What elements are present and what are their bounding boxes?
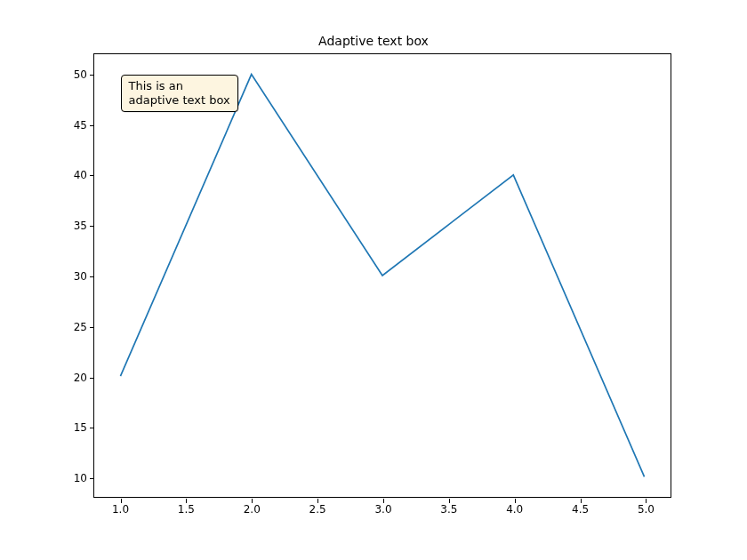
y-tickmark: [90, 226, 94, 227]
y-tick-label: 40: [60, 169, 87, 181]
x-tick-label: 1.5: [178, 503, 195, 516]
y-tickmark: [90, 125, 94, 126]
y-tickmark: [90, 378, 94, 379]
y-tickmark: [90, 276, 94, 277]
annotation-text-box: This is anadaptive text box: [121, 75, 238, 113]
chart-container: Adaptive text box 1.01.52.02.53.03.54.04…: [0, 0, 747, 560]
y-tick-label: 10: [60, 472, 87, 484]
y-tick-label: 30: [60, 270, 87, 283]
y-tick-label: 45: [60, 119, 87, 132]
y-tickmark: [90, 175, 94, 176]
y-tick-label: 20: [60, 372, 87, 384]
y-tick-label: 15: [60, 421, 87, 434]
y-tick-label: 25: [60, 321, 87, 333]
x-tick-label: 3.5: [440, 503, 457, 516]
chart-title: Adaptive text box: [0, 34, 747, 48]
plot-area: 1.01.52.02.53.03.54.04.55.0 101520253035…: [93, 53, 671, 498]
y-tickmark: [90, 478, 94, 479]
y-tick-label: 35: [60, 220, 87, 232]
x-tick-label: 1.0: [112, 503, 129, 516]
y-tickmark: [90, 428, 94, 428]
line-plot: [94, 54, 671, 497]
y-tickmark: [90, 75, 94, 76]
x-tick-label: 2.5: [309, 503, 326, 516]
y-tick-label: 50: [60, 68, 87, 81]
x-tick-label: 5.0: [638, 503, 655, 516]
x-tick-label: 2.0: [244, 503, 261, 516]
x-tick-label: 4.0: [506, 503, 523, 516]
x-tick-label: 4.5: [572, 503, 589, 516]
y-tickmark: [90, 327, 94, 328]
x-tick-label: 3.0: [374, 503, 391, 516]
